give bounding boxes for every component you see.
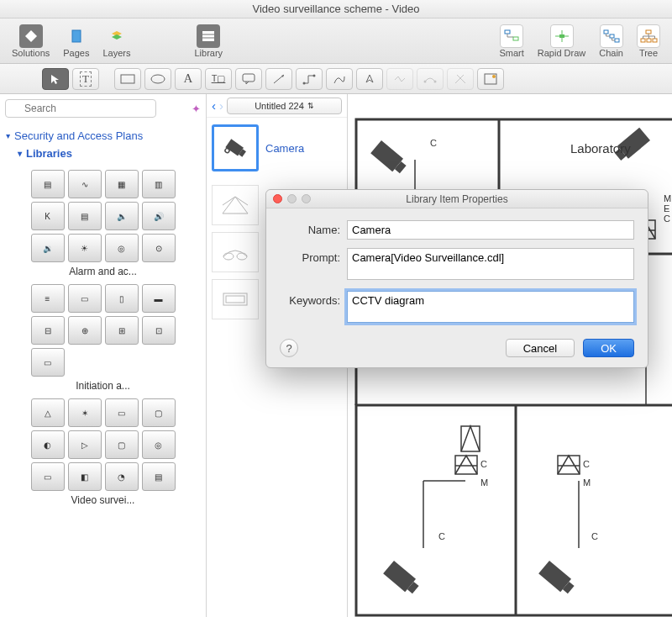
stencil-item[interactable]: ◔	[105, 462, 139, 491]
rapid-draw-button[interactable]: Rapid Draw	[531, 23, 592, 60]
sidebar-sub-libraries[interactable]: Libraries	[7, 145, 199, 165]
stencil-item[interactable]: ▷	[68, 430, 102, 459]
stencil-item[interactable]: ▯	[105, 284, 139, 313]
stencil-group-initiation[interactable]: ≡ ▭ ▯ ▬ ⊟ ⊕ ⊞ ⊡ ▭ Initiation a...	[7, 279, 199, 393]
stencil-item[interactable]: ▦	[105, 170, 139, 198]
stencil-item[interactable]: ✶	[68, 398, 102, 427]
layers-button[interactable]: Layers	[96, 23, 137, 60]
sidebar-section-security[interactable]: Security and Access Plans	[7, 126, 199, 145]
ok-button[interactable]: OK	[583, 339, 634, 357]
chain-icon	[600, 24, 623, 48]
tree-button[interactable]: Tree	[630, 23, 667, 60]
stencil-item[interactable]: ▭	[105, 398, 139, 427]
wand-icon[interactable]: ✦	[192, 103, 201, 115]
stencil-group-label: Video survei...	[7, 494, 199, 506]
stencil-item[interactable]: ▬	[142, 284, 176, 313]
library-item-camera[interactable]: Camera	[207, 118, 347, 178]
library-icon	[197, 24, 220, 48]
callout-tool[interactable]	[235, 68, 262, 90]
pages-button[interactable]: Pages	[56, 23, 96, 60]
stencil-item[interactable]: ▤	[31, 170, 65, 198]
name-field[interactable]	[347, 220, 634, 240]
stencil-item[interactable]: ◧	[68, 462, 102, 491]
stencil-item[interactable]: ▭	[31, 462, 65, 491]
svg-rect-17	[646, 30, 651, 34]
svg-rect-1	[72, 30, 81, 42]
chain-button[interactable]: Chain	[592, 23, 630, 60]
svg-point-37	[223, 253, 234, 260]
stencil-item[interactable]: ▤	[68, 202, 102, 230]
pen-tool[interactable]	[356, 68, 383, 90]
stencil-item[interactable]: ▭	[31, 348, 65, 377]
stencil-item[interactable]: △	[31, 398, 65, 427]
svg-text:C: C	[583, 459, 590, 469]
prompt-field[interactable]	[347, 248, 634, 280]
smart-icon	[500, 24, 523, 48]
main-toolbar: Solutions Pages Layers Library Smart Rap…	[0, 18, 672, 64]
stencil-item[interactable]: 🔊	[142, 202, 176, 230]
bezier-tool[interactable]	[417, 68, 444, 90]
stencil-item[interactable]: ☀	[68, 234, 102, 262]
doc-selector[interactable]: Untitled 224 ⇅	[227, 98, 342, 114]
line-tool[interactable]	[265, 68, 292, 90]
updown-icon: ⇅	[307, 102, 314, 110]
stencil-item[interactable]: ⊡	[142, 316, 176, 345]
svg-text:M: M	[583, 477, 591, 488]
help-button[interactable]: ?	[280, 339, 298, 357]
freeform-tool[interactable]	[386, 68, 413, 90]
keywords-label: Keywords:	[280, 291, 347, 307]
text-box-tool[interactable]: T▢	[205, 68, 232, 90]
stencil-group-video[interactable]: △ ✶ ▭ ▢ ◐ ▷ ▢ ◎ ▭ ◧ ◔ ▤ Video survei...	[7, 393, 199, 508]
library-item[interactable]	[212, 185, 259, 225]
toolbar-left-group: Solutions Pages Layers	[5, 23, 138, 60]
library-button[interactable]: Library	[188, 23, 230, 60]
stencil-group-alarm[interactable]: ▤ ∿ ▦ ▥ K ▤ 🔈 🔊 🔉 ☀ ◎ ⊙ Alarm and ac...	[7, 165, 199, 279]
stencil-item[interactable]: 🔉	[31, 234, 65, 262]
window-title: Video surveillance scheme - Video	[253, 3, 420, 15]
stencil-item[interactable]: ▭	[68, 284, 102, 313]
stencil-item[interactable]: ≡	[31, 284, 65, 313]
sidebar: 🔍 ✦ Security and Access Plans Libraries …	[0, 94, 207, 617]
smart-button[interactable]: Smart	[492, 23, 530, 60]
stencil-item[interactable]: ◎	[142, 430, 176, 459]
stencil-item[interactable]: ⊞	[105, 316, 139, 345]
properties-dialog: Library Item Properties Name: Prompt: Ke…	[265, 189, 648, 368]
stencil-item[interactable]: ▢	[105, 430, 139, 459]
text-tool[interactable]: T	[72, 68, 99, 90]
stencil-item[interactable]: ◎	[105, 234, 139, 262]
edit-points-tool[interactable]	[447, 68, 474, 90]
svg-line-30	[455, 75, 464, 83]
stencil-item[interactable]: ▤	[142, 462, 176, 491]
stencil-item[interactable]: ◐	[31, 430, 65, 459]
search-input[interactable]	[5, 99, 156, 118]
shape-toolbar: T A T▢	[0, 64, 672, 94]
stencil-item[interactable]: ⊕	[68, 316, 102, 345]
library-item[interactable]	[212, 232, 259, 272]
solutions-button[interactable]: Solutions	[5, 23, 56, 60]
nav-forward[interactable]: ›	[219, 98, 223, 113]
stencil-item[interactable]: 🔈	[105, 202, 139, 230]
svg-rect-56	[461, 426, 480, 451]
connector-tool[interactable]	[296, 68, 323, 90]
stencil-item[interactable]: ∿	[68, 170, 102, 198]
stencil-item[interactable]: ⊙	[142, 234, 176, 262]
text-shape-tool[interactable]: A	[175, 68, 202, 90]
nav-back[interactable]: ‹	[212, 98, 216, 113]
ellipse-tool[interactable]	[144, 68, 171, 90]
svg-rect-23	[243, 74, 255, 82]
keywords-field[interactable]	[347, 291, 634, 323]
rectangle-tool[interactable]	[114, 68, 141, 90]
stencil-item[interactable]: ▢	[142, 398, 176, 427]
crop-tool[interactable]	[477, 68, 504, 90]
stencil-item[interactable]: K	[31, 202, 65, 230]
stencil-item[interactable]: ▥	[142, 170, 176, 198]
cancel-button[interactable]: Cancel	[506, 339, 575, 357]
pointer-tool[interactable]	[42, 68, 69, 90]
svg-text:C: C	[430, 138, 437, 148]
library-item[interactable]	[212, 279, 259, 319]
stencil-item[interactable]: ⊟	[31, 316, 65, 345]
pages-icon	[65, 24, 88, 48]
tree-icon	[637, 24, 660, 48]
svg-point-27	[313, 74, 316, 76]
spline-tool[interactable]	[326, 68, 353, 90]
